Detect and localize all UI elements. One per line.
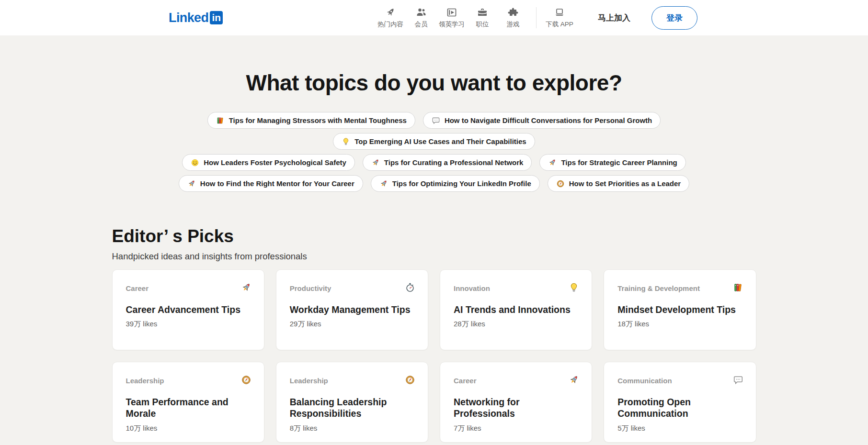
nav-item-label: 游戏: [507, 20, 520, 29]
nav-item[interactable]: 游戏: [498, 7, 528, 29]
card-title: AI Trends and Innovations: [454, 304, 578, 315]
card-likes-count: 29万 likes: [290, 320, 414, 329]
topic-pill-label: How to Navigate Difficult Conversations …: [445, 116, 652, 124]
stopwatch-icon: [405, 282, 415, 293]
topic-pill-label: Tips for Strategic Career Planning: [561, 158, 677, 167]
topic-pill-label: Tips for Managing Stressors with Mental …: [229, 116, 407, 124]
topic-pill-row: Top Emerging AI Use Cases and Their Capa…: [0, 133, 868, 150]
card-category: Career: [126, 284, 251, 292]
navbar-links: 热门内容 会员 领英学习 职位 游戏 下载 APP 马上加入 登录: [375, 6, 697, 30]
editors-picks-title: Editor’ s Picks: [112, 226, 756, 246]
nav-divider: [536, 7, 537, 28]
nav-item-label: 领英学习: [439, 20, 465, 29]
editors-picks-subtitle: Handpicked ideas and insights from profe…: [112, 251, 756, 262]
nav-item[interactable]: 职位: [467, 7, 498, 29]
topic-pill[interactable]: How Leaders Foster Psychological Safety: [182, 154, 355, 171]
sign-in-button[interactable]: 登录: [651, 6, 697, 30]
card-title: Workday Management Tips: [290, 304, 414, 315]
linkedin-logo-badge: in: [210, 11, 223, 24]
card-likes-count: 8万 likes: [290, 424, 414, 433]
card-title: Balancing Leadership Responsibilities: [290, 396, 414, 420]
card-likes-count: 39万 likes: [126, 320, 251, 329]
card-title: Mindset Development Tips: [617, 304, 742, 315]
editors-picks-section: Editor’ s Picks Handpicked ideas and ins…: [112, 226, 756, 443]
compass-icon: [556, 179, 565, 188]
topic-pill-label: Top Emerging AI Use Cases and Their Capa…: [354, 137, 526, 145]
topic-pill[interactable]: Tips for Curating a Professional Network: [363, 154, 532, 171]
editors-pick-card[interactable]: Communication Promoting Open Communicati…: [604, 362, 756, 443]
nav-item-download-app[interactable]: 下载 APP: [544, 7, 575, 29]
compass-icon: [405, 375, 415, 385]
card-category: Leadership: [290, 377, 414, 385]
bulb-icon: [569, 282, 579, 293]
topic-pill[interactable]: Tips for Managing Stressors with Mental …: [207, 112, 415, 129]
speech-icon: [733, 375, 743, 385]
books-icon: [216, 116, 225, 125]
topic-pill-rows: Tips for Managing Stressors with Mental …: [0, 112, 868, 192]
nav-item-list: 热门内容 会员 领英学习 职位 游戏: [375, 7, 528, 29]
card-title: Networking for Professionals: [454, 396, 578, 420]
card-title: Career Advancement Tips: [126, 304, 251, 315]
card-likes-count: 10万 likes: [126, 424, 251, 433]
card-likes-count: 18万 likes: [617, 320, 742, 329]
card-likes-count: 28万 likes: [454, 320, 578, 329]
card-category: Leadership: [126, 377, 251, 385]
join-now-link[interactable]: 马上加入: [598, 12, 630, 23]
nav-item-label: 会员: [415, 20, 428, 29]
editors-pick-card[interactable]: Leadership Team Performance and Morale 1…: [112, 362, 264, 443]
linkedin-logo[interactable]: Linked in: [169, 11, 223, 25]
card-category: Training & Development: [617, 284, 742, 292]
speech-icon: [432, 116, 440, 125]
learning-icon: [446, 7, 457, 18]
card-category: Communication: [617, 377, 742, 385]
page-title: What topics do you want to explore?: [0, 70, 868, 96]
card-category: Innovation: [454, 284, 578, 292]
nav-item[interactable]: 热门内容: [375, 7, 406, 29]
briefcase-icon: [477, 7, 488, 18]
rocket-icon: [371, 158, 380, 167]
topic-pill[interactable]: How to Navigate Difficult Conversations …: [423, 112, 661, 129]
linkedin-logo-text: Linked: [169, 11, 208, 25]
rocket-icon: [187, 179, 196, 188]
card-title: Team Performance and Morale: [126, 396, 251, 420]
topic-pill[interactable]: Tips for Strategic Career Planning: [539, 154, 685, 171]
card-title: Promoting Open Communication: [617, 396, 742, 420]
card-category: Productivity: [290, 284, 414, 292]
nav-item-label: 热门内容: [377, 20, 403, 29]
smiley-icon: [191, 158, 199, 167]
people-icon: [415, 7, 427, 18]
top-navbar: Linked in 热门内容 会员 领英学习 职位 游戏 下载 APP 马上加入…: [0, 0, 868, 35]
topic-pill-label: Tips for Curating a Professional Network: [384, 158, 524, 167]
topic-pill-label: How to Find the Right Mentor for Your Ca…: [200, 179, 354, 188]
topic-pill[interactable]: How to Set Priorities as a Leader: [548, 175, 689, 192]
topic-pill-label: How to Set Priorities as a Leader: [569, 179, 681, 188]
explore-topics-section: What topics do you want to explore? Tips…: [0, 35, 868, 192]
nav-item-label: 下载 APP: [546, 20, 573, 29]
nav-item-label: 职位: [476, 20, 489, 29]
bulb-icon: [342, 137, 350, 146]
editors-pick-card[interactable]: Leadership Balancing Leadership Responsi…: [276, 362, 428, 443]
topic-pill[interactable]: Tips for Optimizing Your LinkedIn Profil…: [371, 175, 540, 192]
nav-item[interactable]: 领英学习: [436, 7, 467, 29]
rocket-mono-icon: [385, 7, 396, 18]
editors-pick-card[interactable]: Career Career Advancement Tips 39万 likes: [112, 269, 264, 350]
editors-pick-card[interactable]: Career Networking for Professionals 7万 l…: [440, 362, 592, 443]
editors-pick-card[interactable]: Productivity Workday Management Tips 29万…: [276, 269, 428, 350]
topic-pill[interactable]: Top Emerging AI Use Cases and Their Capa…: [333, 133, 535, 150]
editors-pick-card[interactable]: Training & Development Mindset Developme…: [604, 269, 756, 350]
topic-pill[interactable]: How to Find the Right Mentor for Your Ca…: [179, 175, 363, 192]
rocket-icon: [241, 282, 251, 293]
books-icon: [733, 282, 743, 293]
topic-pill-row: How Leaders Foster Psychological Safety …: [0, 154, 868, 171]
card-category: Career: [454, 377, 578, 385]
puzzle-icon: [507, 7, 519, 18]
rocket-icon: [569, 375, 579, 385]
laptop-icon: [554, 7, 565, 18]
editors-picks-grid: Career Career Advancement Tips 39万 likes…: [112, 269, 756, 443]
nav-item[interactable]: 会员: [406, 7, 436, 29]
topic-pill-label: How Leaders Foster Psychological Safety: [204, 158, 346, 167]
editors-pick-card[interactable]: Innovation AI Trends and Innovations 28万…: [440, 269, 592, 350]
compass-icon: [241, 375, 251, 385]
card-likes-count: 5万 likes: [617, 424, 742, 433]
card-likes-count: 7万 likes: [454, 424, 578, 433]
